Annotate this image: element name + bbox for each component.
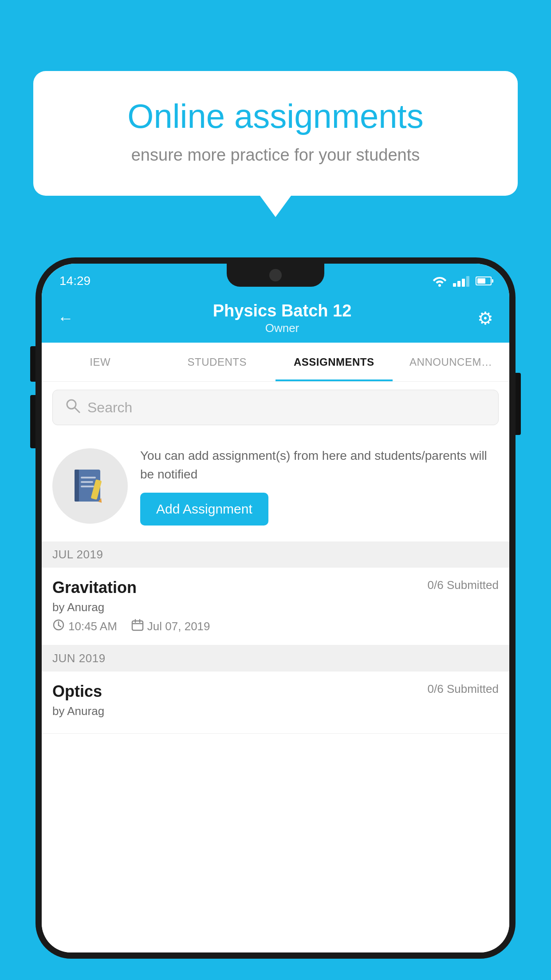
- phone-screen: 14:29: [42, 264, 509, 952]
- promo-text: You can add assignment(s) from here and …: [140, 447, 499, 484]
- volume-button-up: [30, 346, 35, 382]
- speech-bubble: Online assignments ensure more practice …: [33, 71, 518, 196]
- tab-assignments[interactable]: ASSIGNMENTS: [276, 343, 393, 381]
- content-area: Search: [42, 382, 509, 952]
- tab-announcements[interactable]: ANNOUNCEM…: [393, 343, 510, 381]
- tabs-bar: IEW STUDENTS ASSIGNMENTS ANNOUNCEM…: [42, 343, 509, 382]
- assignment-date: Jul 07, 2019: [147, 620, 210, 633]
- promo-icon-circle: [52, 448, 128, 524]
- tab-students[interactable]: STUDENTS: [159, 343, 276, 381]
- app-header: ← Physics Batch 12 Owner ⚙: [42, 294, 509, 343]
- volume-button-down: [30, 395, 35, 448]
- promo-content: You can add assignment(s) from here and …: [140, 447, 499, 526]
- meta-time: 10:45 AM: [52, 619, 117, 634]
- notebook-icon: [70, 466, 110, 506]
- assignment-title-optics: Optics: [52, 682, 102, 701]
- phone-notch: [227, 264, 324, 287]
- assignment-meta: 10:45 AM: [52, 619, 499, 634]
- assignment-submitted-optics: 0/6 Submitted: [428, 682, 499, 696]
- tab-iew[interactable]: IEW: [42, 343, 159, 381]
- svg-line-1: [75, 408, 79, 412]
- meta-date: Jul 07, 2019: [131, 619, 210, 634]
- add-assignment-button[interactable]: Add Assignment: [140, 493, 268, 526]
- assignment-author-optics: by Anurag: [52, 704, 499, 718]
- assignment-item-gravitation[interactable]: Gravitation 0/6 Submitted by Anurag: [42, 568, 509, 645]
- section-header-jun: JUN 2019: [42, 645, 509, 672]
- svg-rect-12: [132, 621, 143, 630]
- svg-rect-5: [81, 481, 93, 483]
- assignment-top-row-optics: Optics 0/6 Submitted: [52, 682, 499, 701]
- assignment-top-row: Gravitation 0/6 Submitted: [52, 578, 499, 597]
- header-subtitle: Owner: [87, 321, 477, 335]
- speech-bubble-title: Online assignments: [64, 98, 487, 135]
- calendar-icon: [131, 619, 144, 634]
- search-bar[interactable]: Search: [52, 390, 499, 425]
- battery-fill: [477, 278, 485, 284]
- search-placeholder: Search: [87, 399, 132, 416]
- search-icon: [65, 398, 80, 417]
- header-title: Physics Batch 12: [87, 301, 477, 320]
- header-title-group: Physics Batch 12 Owner: [87, 301, 477, 335]
- svg-rect-6: [81, 486, 94, 487]
- speech-bubble-subtitle: ensure more practice for your students: [64, 146, 487, 165]
- svg-line-11: [59, 625, 61, 627]
- phone-mockup: 14:29: [35, 257, 516, 980]
- assignment-title: Gravitation: [52, 578, 137, 597]
- assignment-author: by Anurag: [52, 601, 499, 614]
- settings-button[interactable]: ⚙: [477, 308, 493, 328]
- front-camera: [269, 269, 282, 281]
- search-container: Search: [42, 382, 509, 433]
- assignment-item-optics[interactable]: Optics 0/6 Submitted by Anurag: [42, 672, 509, 734]
- speech-bubble-container: Online assignments ensure more practice …: [33, 71, 518, 196]
- back-button[interactable]: ←: [58, 309, 74, 328]
- signal-icon: [453, 275, 469, 287]
- assignment-time: 10:45 AM: [68, 620, 117, 633]
- clock-icon: [52, 619, 65, 634]
- section-header-jul: JUL 2019: [42, 541, 509, 568]
- power-button: [516, 373, 521, 435]
- assignment-submitted: 0/6 Submitted: [428, 578, 499, 592]
- promo-card: You can add assignment(s) from here and …: [42, 433, 509, 541]
- battery-icon: [476, 277, 492, 285]
- wifi-icon: [433, 275, 447, 287]
- status-icons: [433, 275, 492, 287]
- svg-rect-3: [75, 470, 79, 502]
- svg-rect-4: [81, 477, 96, 478]
- status-time: 14:29: [59, 274, 91, 288]
